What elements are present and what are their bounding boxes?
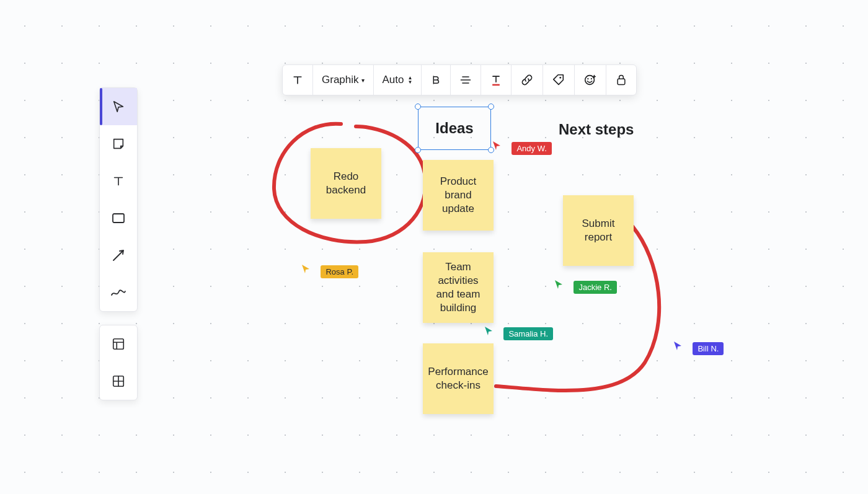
sticky-text: Redo backend bbox=[317, 170, 375, 197]
tool-arrow[interactable] bbox=[100, 237, 137, 274]
text-element-ideas-selected[interactable]: Ideas bbox=[418, 107, 491, 150]
text-content: Ideas bbox=[435, 120, 473, 137]
lock-icon bbox=[615, 73, 627, 87]
format-text-tool[interactable] bbox=[283, 65, 313, 95]
svg-rect-3 bbox=[493, 84, 500, 86]
layout-panel-icon bbox=[112, 337, 125, 351]
sticky-text: Submit report bbox=[569, 217, 627, 244]
text-color-icon bbox=[490, 73, 502, 87]
svg-rect-0 bbox=[113, 214, 124, 223]
freehand-icon bbox=[110, 286, 126, 299]
collab-cursor-andy: Andy W. bbox=[492, 132, 552, 155]
sticky-text: Performance check-ins bbox=[428, 365, 488, 392]
svg-rect-1 bbox=[113, 339, 124, 350]
cursor-pointer-icon bbox=[484, 325, 494, 337]
sticky-redo-backend[interactable]: Redo backend bbox=[311, 148, 381, 219]
collab-label: Andy W. bbox=[512, 142, 551, 155]
resize-handle-tl[interactable] bbox=[415, 104, 421, 110]
font-size-label: Auto bbox=[383, 74, 404, 86]
arrow-icon bbox=[111, 248, 126, 263]
cursor-icon bbox=[112, 100, 125, 113]
bold-button[interactable] bbox=[422, 65, 451, 95]
font-family-label: Graphik bbox=[322, 74, 359, 86]
tool-grid-panel[interactable] bbox=[100, 363, 137, 400]
panels-toolbar bbox=[99, 325, 138, 400]
text-format-bar: Graphik▾ Auto ▲▼ bbox=[282, 64, 637, 95]
svg-point-7 bbox=[591, 78, 592, 79]
collab-cursor-samalia: Samalia H. bbox=[484, 317, 553, 340]
sticky-product-brand[interactable]: Product brand update bbox=[423, 160, 494, 231]
sticky-team-activities[interactable]: Team activities and team building bbox=[423, 252, 494, 323]
sticky-note-icon bbox=[112, 137, 125, 151]
lock-button[interactable] bbox=[606, 65, 636, 95]
grid-panel-icon bbox=[112, 374, 125, 388]
align-button[interactable] bbox=[451, 65, 481, 95]
text-color-button[interactable] bbox=[481, 65, 512, 95]
emoji-icon bbox=[583, 73, 597, 87]
link-button[interactable] bbox=[512, 65, 543, 95]
collab-cursor-rosa: Rosa P. bbox=[301, 255, 358, 278]
align-icon bbox=[459, 74, 472, 86]
cursor-pointer-icon bbox=[301, 263, 311, 275]
svg-point-6 bbox=[588, 78, 589, 79]
font-size-select[interactable]: Auto ▲▼ bbox=[374, 65, 422, 95]
tool-text[interactable] bbox=[100, 162, 137, 200]
stepper-icon: ▲▼ bbox=[408, 76, 413, 84]
resize-handle-bl[interactable] bbox=[415, 147, 421, 153]
collab-cursor-jackie: Jackie R. bbox=[554, 271, 617, 294]
text-t-icon bbox=[291, 74, 304, 86]
svg-point-4 bbox=[560, 77, 562, 79]
tool-select[interactable] bbox=[100, 88, 137, 125]
text-element-next-steps[interactable]: Next steps bbox=[559, 121, 634, 138]
sticky-text: Product brand update bbox=[429, 175, 487, 216]
tool-sticky[interactable] bbox=[100, 125, 137, 162]
cursor-pointer-icon bbox=[673, 340, 683, 351]
collab-label: Rosa P. bbox=[321, 265, 358, 278]
link-icon bbox=[520, 73, 534, 87]
cursor-pointer-icon bbox=[492, 140, 502, 151]
collab-label: Samalia H. bbox=[503, 327, 553, 340]
sticky-performance[interactable]: Performance check-ins bbox=[423, 343, 494, 414]
tag-icon bbox=[552, 73, 565, 87]
tool-layout-panel[interactable] bbox=[100, 325, 137, 363]
sticky-text: Team activities and team building bbox=[429, 260, 487, 315]
tool-rectangle[interactable] bbox=[100, 200, 137, 237]
sticky-submit-report[interactable]: Submit report bbox=[563, 195, 634, 266]
bold-icon bbox=[430, 74, 441, 86]
chevron-down-icon: ▾ bbox=[361, 77, 365, 84]
tools-toolbar bbox=[99, 87, 138, 312]
tool-freehand[interactable] bbox=[100, 274, 137, 311]
tag-button[interactable] bbox=[543, 65, 575, 95]
emoji-button[interactable] bbox=[575, 65, 606, 95]
text-content: Next steps bbox=[559, 121, 634, 138]
cursor-pointer-icon bbox=[554, 279, 564, 290]
text-icon bbox=[112, 174, 125, 188]
collab-cursor-bill: Bill N. bbox=[673, 332, 724, 355]
svg-rect-8 bbox=[618, 79, 626, 84]
rectangle-icon bbox=[111, 212, 126, 224]
resize-handle-tr[interactable] bbox=[488, 104, 494, 110]
font-family-select[interactable]: Graphik▾ bbox=[313, 65, 374, 95]
collab-label: Bill N. bbox=[693, 342, 724, 355]
collab-label: Jackie R. bbox=[574, 281, 616, 294]
